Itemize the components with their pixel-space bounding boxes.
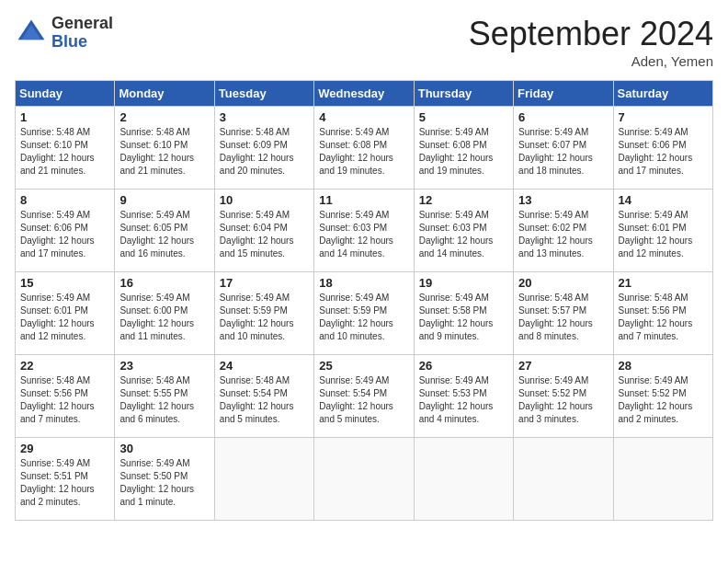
day-info: Sunrise: 5:49 AMSunset: 6:01 PMDaylight:… [20, 292, 109, 343]
calendar-week-row: 29 Sunrise: 5:49 AMSunset: 5:51 PMDaylig… [16, 438, 713, 521]
logo-general: General [51, 15, 113, 33]
day-info: Sunrise: 5:49 AMSunset: 5:54 PMDaylight:… [319, 374, 408, 426]
table-row: 4 Sunrise: 5:49 AMSunset: 6:08 PMDayligh… [314, 107, 414, 190]
day-info: Sunrise: 5:49 AMSunset: 6:02 PMDaylight:… [518, 209, 608, 260]
day-number: 30 [119, 442, 209, 455]
table-row: 10 Sunrise: 5:49 AMSunset: 6:04 PMDaylig… [214, 190, 313, 272]
day-info: Sunrise: 5:49 AMSunset: 5:59 PMDaylight:… [220, 292, 309, 343]
table-row: 5 Sunrise: 5:49 AMSunset: 6:08 PMDayligh… [414, 107, 513, 190]
table-row [613, 438, 712, 521]
table-row: 12 Sunrise: 5:49 AMSunset: 6:03 PMDaylig… [414, 190, 513, 272]
table-row [414, 438, 513, 521]
calendar-week-row: 15 Sunrise: 5:49 AMSunset: 6:01 PMDaylig… [16, 272, 713, 355]
col-wednesday: Wednesday [314, 81, 414, 107]
day-info: Sunrise: 5:48 AMSunset: 6:10 PMDaylight:… [119, 126, 209, 178]
table-row [314, 438, 414, 521]
table-row: 11 Sunrise: 5:49 AMSunset: 6:03 PMDaylig… [314, 190, 414, 272]
day-info: Sunrise: 5:49 AMSunset: 5:50 PMDaylight:… [119, 457, 209, 509]
day-info: Sunrise: 5:49 AMSunset: 6:07 PMDaylight:… [518, 126, 608, 178]
table-row: 18 Sunrise: 5:49 AMSunset: 5:59 PMDaylig… [314, 272, 414, 355]
logo-text: General Blue [51, 15, 113, 52]
calendar-table: Sunday Monday Tuesday Wednesday Thursday… [15, 80, 713, 521]
table-row: 22 Sunrise: 5:48 AMSunset: 5:56 PMDaylig… [16, 355, 115, 438]
day-number: 29 [20, 442, 109, 455]
calendar-week-row: 1 Sunrise: 5:48 AMSunset: 6:10 PMDayligh… [16, 107, 713, 190]
location: Aden, Yemen [469, 53, 713, 69]
day-number: 3 [220, 110, 309, 124]
table-row: 13 Sunrise: 5:49 AMSunset: 6:02 PMDaylig… [514, 190, 613, 272]
table-row: 23 Sunrise: 5:48 AMSunset: 5:55 PMDaylig… [115, 355, 214, 438]
calendar-week-row: 8 Sunrise: 5:49 AMSunset: 6:06 PMDayligh… [16, 190, 713, 272]
day-info: Sunrise: 5:48 AMSunset: 5:56 PMDaylight:… [20, 374, 109, 426]
day-number: 18 [319, 276, 408, 290]
day-info: Sunrise: 5:49 AMSunset: 6:00 PMDaylight:… [119, 292, 209, 343]
day-number: 13 [518, 193, 608, 207]
col-monday: Monday [115, 81, 214, 107]
day-info: Sunrise: 5:49 AMSunset: 5:52 PMDaylight:… [518, 374, 608, 426]
table-row: 20 Sunrise: 5:48 AMSunset: 5:57 PMDaylig… [514, 272, 613, 355]
table-row [514, 438, 613, 521]
table-row: 2 Sunrise: 5:48 AMSunset: 6:10 PMDayligh… [115, 107, 214, 190]
table-row: 16 Sunrise: 5:49 AMSunset: 6:00 PMDaylig… [115, 272, 214, 355]
day-number: 9 [119, 193, 209, 207]
day-number: 21 [619, 276, 708, 290]
day-info: Sunrise: 5:49 AMSunset: 6:05 PMDaylight:… [119, 209, 209, 260]
table-row: 27 Sunrise: 5:49 AMSunset: 5:52 PMDaylig… [514, 355, 613, 438]
day-number: 22 [20, 359, 109, 373]
table-row: 1 Sunrise: 5:48 AMSunset: 6:10 PMDayligh… [16, 107, 115, 190]
table-row: 26 Sunrise: 5:49 AMSunset: 5:53 PMDaylig… [414, 355, 513, 438]
day-info: Sunrise: 5:48 AMSunset: 5:54 PMDaylight:… [220, 374, 309, 426]
day-info: Sunrise: 5:49 AMSunset: 5:59 PMDaylight:… [319, 292, 408, 343]
day-info: Sunrise: 5:48 AMSunset: 6:10 PMDaylight:… [20, 126, 109, 178]
day-info: Sunrise: 5:48 AMSunset: 5:55 PMDaylight:… [119, 374, 209, 426]
day-number: 7 [619, 110, 708, 124]
calendar-week-row: 22 Sunrise: 5:48 AMSunset: 5:56 PMDaylig… [16, 355, 713, 438]
col-thursday: Thursday [414, 81, 513, 107]
day-number: 15 [20, 276, 109, 290]
col-sunday: Sunday [16, 81, 115, 107]
table-row [214, 438, 313, 521]
day-number: 16 [119, 276, 209, 290]
day-number: 10 [220, 193, 309, 207]
day-info: Sunrise: 5:49 AMSunset: 6:08 PMDaylight:… [419, 126, 508, 178]
day-number: 5 [419, 110, 508, 124]
table-row: 29 Sunrise: 5:49 AMSunset: 5:51 PMDaylig… [16, 438, 115, 521]
calendar-header-row: Sunday Monday Tuesday Wednesday Thursday… [16, 81, 713, 107]
col-tuesday: Tuesday [214, 81, 313, 107]
table-row: 30 Sunrise: 5:49 AMSunset: 5:50 PMDaylig… [115, 438, 214, 521]
day-info: Sunrise: 5:49 AMSunset: 6:08 PMDaylight:… [319, 126, 408, 178]
col-saturday: Saturday [613, 81, 712, 107]
day-number: 23 [119, 359, 209, 373]
month-title: September 2024 [469, 15, 713, 53]
table-row: 3 Sunrise: 5:48 AMSunset: 6:09 PMDayligh… [214, 107, 313, 190]
table-row: 15 Sunrise: 5:49 AMSunset: 6:01 PMDaylig… [16, 272, 115, 355]
day-number: 25 [319, 359, 408, 373]
page-header: General Blue September 2024 Aden, Yemen [15, 15, 713, 69]
day-info: Sunrise: 5:48 AMSunset: 6:09 PMDaylight:… [220, 126, 309, 178]
table-row: 19 Sunrise: 5:49 AMSunset: 5:58 PMDaylig… [414, 272, 513, 355]
title-section: September 2024 Aden, Yemen [469, 15, 713, 69]
day-info: Sunrise: 5:49 AMSunset: 6:03 PMDaylight:… [419, 209, 508, 260]
day-info: Sunrise: 5:49 AMSunset: 5:51 PMDaylight:… [20, 457, 109, 509]
day-info: Sunrise: 5:49 AMSunset: 5:58 PMDaylight:… [419, 292, 508, 343]
table-row: 14 Sunrise: 5:49 AMSunset: 6:01 PMDaylig… [613, 190, 712, 272]
day-number: 1 [20, 110, 109, 124]
day-info: Sunrise: 5:49 AMSunset: 6:03 PMDaylight:… [319, 209, 408, 260]
day-number: 4 [319, 110, 408, 124]
day-number: 19 [419, 276, 508, 290]
day-number: 12 [419, 193, 508, 207]
day-info: Sunrise: 5:49 AMSunset: 6:06 PMDaylight:… [619, 126, 708, 178]
logo-icon [15, 17, 48, 50]
day-info: Sunrise: 5:49 AMSunset: 6:04 PMDaylight:… [220, 209, 309, 260]
day-number: 2 [119, 110, 209, 124]
day-number: 24 [220, 359, 309, 373]
day-info: Sunrise: 5:49 AMSunset: 5:52 PMDaylight:… [619, 374, 708, 426]
table-row: 8 Sunrise: 5:49 AMSunset: 6:06 PMDayligh… [16, 190, 115, 272]
day-info: Sunrise: 5:48 AMSunset: 5:57 PMDaylight:… [518, 292, 608, 343]
col-friday: Friday [514, 81, 613, 107]
day-info: Sunrise: 5:49 AMSunset: 6:01 PMDaylight:… [619, 209, 708, 260]
day-number: 27 [518, 359, 608, 373]
day-info: Sunrise: 5:48 AMSunset: 5:56 PMDaylight:… [619, 292, 708, 343]
logo-blue: Blue [51, 33, 113, 52]
day-number: 17 [220, 276, 309, 290]
